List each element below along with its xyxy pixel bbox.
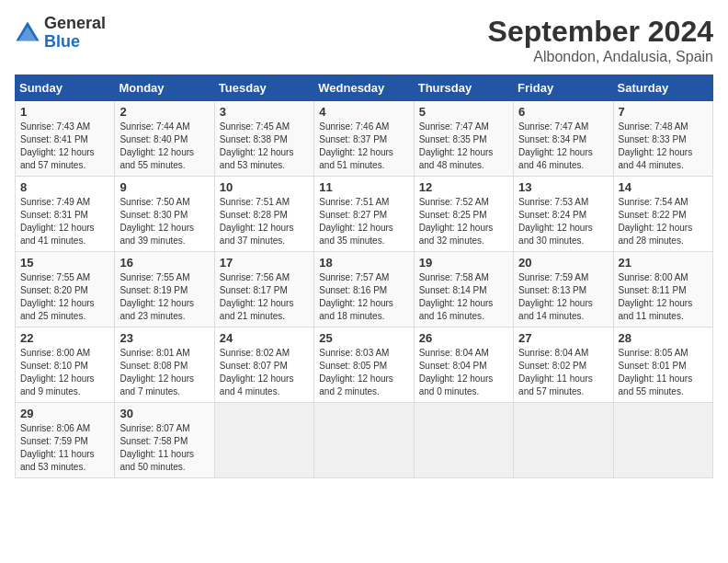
calendar-cell: 4 Sunrise: 7:46 AMSunset: 8:37 PMDayligh…: [314, 101, 414, 177]
calendar-cell: 3 Sunrise: 7:45 AMSunset: 8:38 PMDayligh…: [214, 101, 313, 177]
day-info: Sunrise: 7:57 AMSunset: 8:16 PMDaylight:…: [319, 271, 408, 323]
header-day: Saturday: [613, 75, 712, 101]
calendar-cell: 9 Sunrise: 7:50 AMSunset: 8:30 PMDayligh…: [115, 177, 214, 252]
day-number: 22: [20, 331, 109, 345]
calendar-cell: 10 Sunrise: 7:51 AMSunset: 8:28 PMDaylig…: [214, 177, 313, 252]
calendar-cell: 16 Sunrise: 7:55 AMSunset: 8:19 PMDaylig…: [115, 252, 214, 327]
day-info: Sunrise: 7:59 AMSunset: 8:13 PMDaylight:…: [518, 271, 608, 323]
main-title: September 2024: [488, 15, 713, 49]
day-number: 30: [119, 407, 209, 420]
day-info: Sunrise: 7:43 AMSunset: 8:41 PMDaylight:…: [20, 121, 109, 172]
day-info: Sunrise: 8:01 AMSunset: 8:08 PMDaylight:…: [119, 347, 209, 398]
day-number: 13: [518, 180, 608, 194]
day-number: 18: [319, 256, 408, 270]
day-info: Sunrise: 7:46 AMSunset: 8:37 PMDaylight:…: [319, 121, 408, 172]
day-number: 16: [119, 256, 209, 270]
day-number: 17: [220, 256, 309, 270]
day-number: 20: [518, 256, 608, 270]
header-day: Wednesday: [314, 75, 414, 101]
day-info: Sunrise: 8:07 AMSunset: 7:58 PMDaylight:…: [119, 422, 209, 474]
day-number: 29: [20, 407, 109, 420]
day-info: Sunrise: 7:54 AMSunset: 8:22 PMDaylight:…: [619, 196, 708, 247]
day-info: Sunrise: 7:51 AMSunset: 8:27 PMDaylight:…: [319, 196, 408, 247]
day-info: Sunrise: 8:06 AMSunset: 7:59 PMDaylight:…: [20, 422, 109, 474]
day-number: 19: [419, 256, 508, 270]
day-number: 10: [220, 180, 309, 194]
day-info: Sunrise: 7:44 AMSunset: 8:40 PMDaylight:…: [119, 121, 209, 172]
day-number: 21: [619, 256, 708, 270]
day-info: Sunrise: 8:04 AMSunset: 8:04 PMDaylight:…: [419, 347, 508, 398]
calendar-week-row: 15 Sunrise: 7:55 AMSunset: 8:20 PMDaylig…: [16, 252, 713, 327]
header: General Blue September 2024 Albondon, An…: [15, 15, 713, 65]
day-info: Sunrise: 8:03 AMSunset: 8:05 PMDaylight:…: [319, 347, 408, 398]
day-number: 3: [220, 105, 309, 119]
calendar-cell: 24 Sunrise: 8:02 AMSunset: 8:07 PMDaylig…: [214, 327, 313, 403]
calendar-cell: 25 Sunrise: 8:03 AMSunset: 8:05 PMDaylig…: [314, 327, 414, 403]
calendar-cell: 19 Sunrise: 7:58 AMSunset: 8:14 PMDaylig…: [414, 252, 513, 327]
calendar-cell: 7 Sunrise: 7:48 AMSunset: 8:33 PMDayligh…: [613, 101, 712, 177]
calendar-cell: 15 Sunrise: 7:55 AMSunset: 8:20 PMDaylig…: [16, 252, 115, 327]
day-number: 6: [518, 105, 608, 119]
day-info: Sunrise: 8:05 AMSunset: 8:01 PMDaylight:…: [619, 347, 708, 398]
calendar-cell: 6 Sunrise: 7:47 AMSunset: 8:34 PMDayligh…: [514, 101, 613, 177]
day-number: 1: [20, 105, 109, 119]
header-day: Friday: [514, 75, 613, 101]
day-number: 24: [220, 331, 309, 345]
day-info: Sunrise: 7:55 AMSunset: 8:20 PMDaylight:…: [20, 271, 109, 323]
calendar-cell: [314, 403, 414, 478]
day-number: 4: [319, 105, 408, 119]
calendar-cell: 20 Sunrise: 7:59 AMSunset: 8:13 PMDaylig…: [514, 252, 613, 327]
calendar-cell: 28 Sunrise: 8:05 AMSunset: 8:01 PMDaylig…: [613, 327, 712, 403]
logo: General Blue: [15, 15, 106, 52]
calendar-cell: 23 Sunrise: 8:01 AMSunset: 8:08 PMDaylig…: [115, 327, 214, 403]
calendar-cell: [613, 403, 712, 478]
calendar-cell: 17 Sunrise: 7:56 AMSunset: 8:17 PMDaylig…: [214, 252, 313, 327]
calendar-cell: 30 Sunrise: 8:07 AMSunset: 7:58 PMDaylig…: [115, 403, 214, 478]
header-day: Sunday: [16, 75, 115, 101]
header-day: Thursday: [414, 75, 513, 101]
header-day: Monday: [115, 75, 214, 101]
header-row: SundayMondayTuesdayWednesdayThursdayFrid…: [16, 75, 713, 101]
calendar-cell: 22 Sunrise: 8:00 AMSunset: 8:10 PMDaylig…: [16, 327, 115, 403]
day-number: 7: [619, 105, 708, 119]
day-info: Sunrise: 7:51 AMSunset: 8:28 PMDaylight:…: [220, 196, 309, 247]
day-number: 14: [619, 180, 708, 194]
day-info: Sunrise: 7:55 AMSunset: 8:19 PMDaylight:…: [119, 271, 209, 323]
calendar-cell: 12 Sunrise: 7:52 AMSunset: 8:25 PMDaylig…: [414, 177, 513, 252]
day-number: 23: [119, 331, 209, 345]
calendar-cell: 29 Sunrise: 8:06 AMSunset: 7:59 PMDaylig…: [16, 403, 115, 478]
day-info: Sunrise: 7:47 AMSunset: 8:34 PMDaylight:…: [518, 121, 608, 172]
subtitle: Albondon, Andalusia, Spain: [488, 49, 713, 65]
day-number: 9: [119, 180, 209, 194]
day-number: 8: [20, 180, 109, 194]
day-info: Sunrise: 7:50 AMSunset: 8:30 PMDaylight:…: [119, 196, 209, 247]
day-info: Sunrise: 7:45 AMSunset: 8:38 PMDaylight:…: [220, 121, 309, 172]
day-info: Sunrise: 8:04 AMSunset: 8:02 PMDaylight:…: [518, 347, 608, 398]
day-number: 28: [619, 331, 708, 345]
day-number: 27: [518, 331, 608, 345]
day-info: Sunrise: 7:58 AMSunset: 8:14 PMDaylight:…: [419, 271, 508, 323]
day-info: Sunrise: 7:47 AMSunset: 8:35 PMDaylight:…: [419, 121, 508, 172]
day-number: 2: [119, 105, 209, 119]
calendar-cell: [414, 403, 513, 478]
day-number: 15: [20, 256, 109, 270]
calendar-cell: 14 Sunrise: 7:54 AMSunset: 8:22 PMDaylig…: [613, 177, 712, 252]
calendar-cell: [514, 403, 613, 478]
day-number: 5: [419, 105, 508, 119]
calendar-cell: 26 Sunrise: 8:04 AMSunset: 8:04 PMDaylig…: [414, 327, 513, 403]
calendar-cell: 8 Sunrise: 7:49 AMSunset: 8:31 PMDayligh…: [16, 177, 115, 252]
logo-text: General Blue: [44, 15, 106, 52]
calendar-cell: 13 Sunrise: 7:53 AMSunset: 8:24 PMDaylig…: [514, 177, 613, 252]
header-day: Tuesday: [214, 75, 313, 101]
day-info: Sunrise: 7:56 AMSunset: 8:17 PMDaylight:…: [220, 271, 309, 323]
calendar-cell: 1 Sunrise: 7:43 AMSunset: 8:41 PMDayligh…: [16, 101, 115, 177]
calendar-cell: 11 Sunrise: 7:51 AMSunset: 8:27 PMDaylig…: [314, 177, 414, 252]
calendar-cell: 21 Sunrise: 8:00 AMSunset: 8:11 PMDaylig…: [613, 252, 712, 327]
day-number: 25: [319, 331, 408, 345]
calendar-cell: [214, 403, 313, 478]
calendar-week-row: 29 Sunrise: 8:06 AMSunset: 7:59 PMDaylig…: [16, 403, 713, 478]
calendar-cell: 27 Sunrise: 8:04 AMSunset: 8:02 PMDaylig…: [514, 327, 613, 403]
logo-icon: [15, 20, 40, 46]
day-info: Sunrise: 7:49 AMSunset: 8:31 PMDaylight:…: [20, 196, 109, 247]
calendar-cell: 5 Sunrise: 7:47 AMSunset: 8:35 PMDayligh…: [414, 101, 513, 177]
